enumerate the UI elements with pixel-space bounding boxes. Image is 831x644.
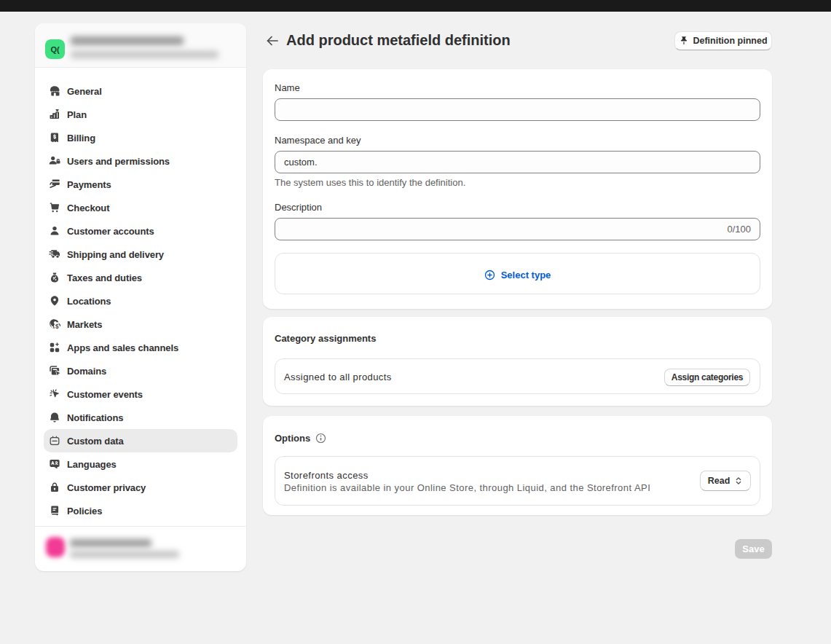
svg-text:$: $ <box>55 323 59 330</box>
